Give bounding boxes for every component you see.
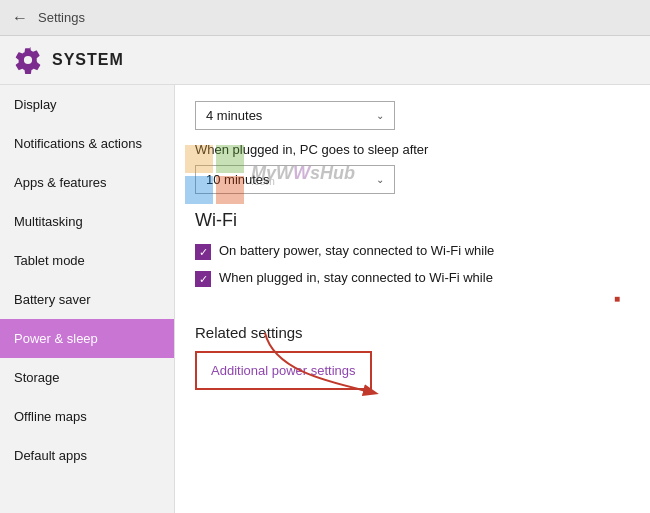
dropdown1-value: 4 minutes — [206, 108, 262, 123]
wifi-option-2-row: ✓ When plugged in, stay connected to Wi-… — [195, 270, 630, 287]
red-marker: ■ — [195, 293, 620, 304]
additional-power-box: Additional power settings — [195, 351, 372, 390]
sidebar-item-storage[interactable]: Storage — [0, 358, 174, 397]
wifi-checkbox-2[interactable]: ✓ — [195, 271, 211, 287]
system-title: SYSTEM — [52, 51, 124, 69]
sidebar-item-battery-saver[interactable]: Battery saver — [0, 280, 174, 319]
titlebar: ← Settings — [0, 0, 650, 36]
wifi-title: Wi-Fi — [195, 210, 630, 231]
system-header: SYSTEM — [0, 36, 650, 85]
related-settings-section: Related settings Additional power settin… — [195, 324, 630, 390]
checkmark-icon-1: ✓ — [199, 246, 208, 259]
sidebar-item-default-apps[interactable]: Default apps — [0, 436, 174, 475]
chevron-down-icon-2: ⌄ — [376, 174, 384, 185]
sidebar-item-tablet-mode[interactable]: Tablet mode — [0, 241, 174, 280]
gear-icon — [14, 46, 42, 74]
sidebar-item-power-sleep[interactable]: Power & sleep — [0, 319, 174, 358]
sidebar-item-apps-features[interactable]: Apps & features — [0, 163, 174, 202]
titlebar-title: Settings — [38, 10, 85, 25]
chevron-down-icon-1: ⌄ — [376, 110, 384, 121]
wifi-checkbox-1[interactable]: ✓ — [195, 244, 211, 260]
dropdown2-value: 10 minutes — [206, 172, 270, 187]
sidebar-item-display[interactable]: Display — [0, 85, 174, 124]
checkmark-icon-2: ✓ — [199, 273, 208, 286]
sidebar-item-multitasking[interactable]: Multitasking — [0, 202, 174, 241]
sidebar-item-offline-maps[interactable]: Offline maps — [0, 397, 174, 436]
sidebar-item-notifications[interactable]: Notifications & actions — [0, 124, 174, 163]
back-button[interactable]: ← — [12, 9, 28, 27]
sleep-plugged-label: When plugged in, PC goes to sleep after — [195, 142, 630, 157]
main-layout: Display Notifications & actions Apps & f… — [0, 85, 650, 513]
additional-power-settings-link[interactable]: Additional power settings — [211, 363, 356, 378]
sleep-dropdown-2[interactable]: 10 minutes ⌄ — [195, 165, 395, 194]
related-settings-title: Related settings — [195, 324, 630, 341]
wifi-option-1-label: On battery power, stay connected to Wi-F… — [219, 243, 494, 258]
sidebar: Display Notifications & actions Apps & f… — [0, 85, 175, 513]
wifi-option-2-label: When plugged in, stay connected to Wi-Fi… — [219, 270, 493, 285]
content-area: 4 minutes ⌄ When plugged in, PC goes to … — [175, 85, 650, 513]
wifi-option-1-row: ✓ On battery power, stay connected to Wi… — [195, 243, 630, 260]
wifi-section: Wi-Fi ✓ On battery power, stay connected… — [195, 210, 630, 287]
sleep-dropdown-1[interactable]: 4 minutes ⌄ — [195, 101, 395, 130]
